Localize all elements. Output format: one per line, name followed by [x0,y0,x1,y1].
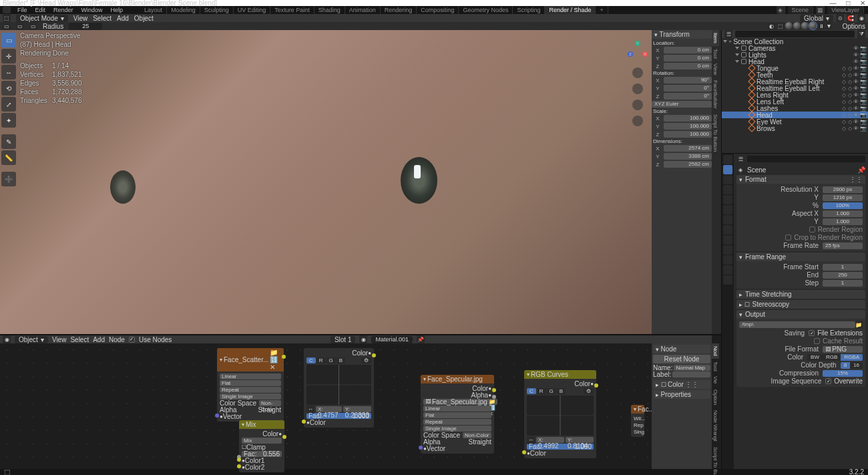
tree-root[interactable]: ▫ Scene Collection [722,38,868,45]
tool-select-box[interactable]: ▭ [1,33,16,47]
tree-item-realtime-eyeball-left[interactable]: Realtime Eyeball Left◇ ◇ 👁 📷 [722,85,868,92]
output-section[interactable]: ▾ Output [736,310,865,319]
overlay-toggle[interactable]: ◐ [768,22,776,30]
node-name-field[interactable]: Normal Map [674,365,710,371]
tool-measure[interactable]: 📏 [1,150,16,165]
xray-toggle[interactable]: ⬚ [777,22,785,30]
tree-item-eye-wet[interactable]: Eye Wet◇ ◇ 👁 📷 [722,118,868,125]
shading-wireframe[interactable] [785,22,793,29]
ws-rendering[interactable]: Rendering [381,6,417,14]
ws-geonodes[interactable]: Geometry Nodes [459,6,513,14]
res-x[interactable]: 2800 px [823,186,863,193]
ne-menu-select[interactable]: Select [70,336,89,343]
ne-menu-node[interactable]: Node [109,336,125,343]
node-mix[interactable]: ▾ Mix Color ● Mix ☐ Clamp Fac:0.556 ● Co… [239,420,284,472]
ws-sculpting[interactable]: Sculpting [200,6,234,14]
ne-menu-view[interactable]: View [52,336,67,343]
material-ball-icon[interactable]: ◉ [359,335,367,343]
loc-z[interactable]: 0 cm [664,63,712,69]
color-mode-buttons[interactable]: BW RGB RGBA [807,354,863,361]
vp-menu-view[interactable]: View [73,15,88,22]
tool-move[interactable]: ↔ [1,65,16,80]
ws-shading[interactable]: Shading [314,6,345,14]
material-name[interactable]: Material.001 [371,336,413,343]
viewlayer-icon[interactable]: ▦ [816,6,825,14]
ntab-tool[interactable]: Tool [712,359,719,374]
aspect-y[interactable]: 1.000 [823,218,863,225]
ptab-texture[interactable] [723,275,732,285]
rot-y[interactable]: 0° [664,85,712,92]
node-editor-type-icon[interactable]: ◉ [3,335,11,343]
tree-item-cameras[interactable]: Cameras 👁 📷 [722,45,868,51]
time-stretch-section[interactable]: ▸ Time Stretching [736,290,865,299]
node-properties-section[interactable]: ▸ Properties [653,390,710,399]
dim-z[interactable]: 2582 cm [664,161,712,168]
ntab-script[interactable]: Script To Butto [712,444,719,475]
snap-icon[interactable]: 🧲 [847,14,855,22]
folder-icon[interactable]: 📁 [855,321,863,329]
menu-render[interactable]: Render [49,7,77,13]
frame-end[interactable]: 250 [823,272,863,279]
scene-icon[interactable]: ◈ [777,6,785,14]
use-nodes-checkbox[interactable] [129,337,135,343]
ntab-wrangler[interactable]: Node Wrangl [712,408,719,444]
ptab-modifier[interactable] [723,215,732,224]
ws-texpaint[interactable]: Texture Paint [270,6,314,14]
frame-step[interactable]: 1 [823,280,863,287]
node-rgb-curves-1[interactable]: Color ● CRGB⚙ ↔X: 0.4757Y: 0.28333 Fac:1… [304,348,374,428]
ptab-material[interactable] [723,265,732,275]
viewport-3d[interactable]: Camera Perspective (87) Head | Head Rend… [0,30,652,334]
scene-name[interactable]: Scene [788,6,814,14]
ne-menu-add[interactable]: Add [93,336,105,343]
ws-add[interactable]: + [596,6,608,14]
render-region-check[interactable] [809,226,815,232]
tool-icon3[interactable]: ▭ [29,22,37,30]
node-label-field[interactable] [672,371,710,377]
pan-gizmo[interactable] [632,84,643,94]
tree-item-realtime-eyeball-right[interactable]: Realtime Eyeball Right◇ ◇ 👁 📷 [722,78,868,85]
props-type-icon[interactable]: ☰ [736,155,744,163]
ptab-world[interactable] [723,195,732,204]
overwrite-check[interactable] [825,378,831,384]
tool-cursor[interactable]: ✛ [1,49,16,63]
ptab-object[interactable] [723,205,732,214]
loc-y[interactable]: 0 cm [664,55,712,61]
mode-dropdown[interactable]: Object Mode ▾ [16,15,68,22]
res-pct[interactable]: 100% [823,202,863,209]
ws-uvediting[interactable]: UV Editing [234,6,271,14]
options-dropdown[interactable]: Options [843,23,865,30]
tree-item-lights[interactable]: Lights 👁 📷 [722,51,868,58]
ntab-view[interactable]: Vie [712,373,719,386]
tree-item-lashes[interactable]: Lashes◇ ◇ 👁 📷 [722,105,868,112]
reset-node-button[interactable]: Reset Node [653,355,710,363]
tree-item-teeth[interactable]: Teeth◇ ◇ 👁 📷 [722,71,868,78]
slot-dropdown[interactable]: Slot 1 [331,336,356,343]
shading-solid[interactable] [793,22,801,29]
zoom-gizmo[interactable] [632,67,643,78]
aspect-x[interactable]: 1.000 [823,210,863,217]
ws-layout[interactable]: Layout [140,6,167,14]
output-path[interactable]: /tmp\ [739,321,855,328]
stereoscopy-section[interactable]: ▸ ☐ Stereoscopy [736,300,865,309]
tree-item-tongue[interactable]: Tongue◇ ◇ 👁 📷 [722,65,868,71]
node-rgb-curves-2[interactable]: ▾ RGB Curves Color ● CRGB⚙ ↔X: 0.4992Y: … [524,370,596,458]
node-editor[interactable]: ◉ Object ▾ View Select Add Node Use Node… [0,334,721,469]
vp-menu-select[interactable]: Select [93,15,112,22]
blender-icon[interactable] [3,7,11,13]
tab-facebuilder[interactable]: FaceBuilder [712,77,719,112]
color-depth-buttons[interactable]: 8 16 [841,362,863,369]
node-canvas[interactable]: ▾ Face_Scatter... 📁 🔢 ✕ Linear Flat Repe… [0,343,712,469]
pause-icon[interactable]: ⏸ [817,22,825,30]
pin-icon[interactable]: 📌 [417,335,425,343]
ptab-physics[interactable] [723,235,732,245]
ptab-constraint[interactable] [723,245,732,255]
menu-help[interactable]: Help [107,7,128,13]
ws-animation[interactable]: Animation [345,6,381,14]
ptab-render[interactable] [723,155,732,164]
frame-range-section[interactable]: ▾ Frame Range [736,253,865,261]
menu-window[interactable]: Window [77,7,107,13]
cache-check[interactable] [814,338,820,344]
tree-item-head[interactable]: Head 👁 📷 [722,58,868,65]
crop-check[interactable] [785,234,791,241]
ws-render-shade[interactable]: Render / Shade [545,6,596,14]
